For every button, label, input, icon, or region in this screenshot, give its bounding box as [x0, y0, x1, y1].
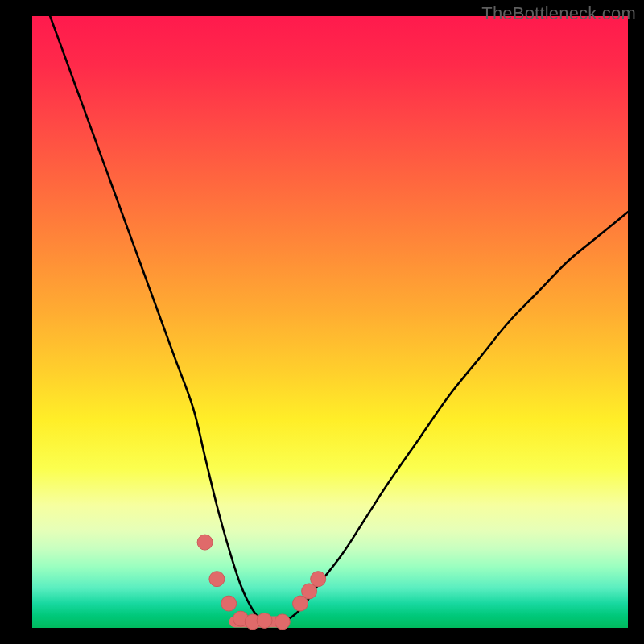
- highlight-marker: [209, 572, 225, 587]
- chart-plot-area: [32, 16, 628, 628]
- watermark-text: TheBottleneck.com: [481, 3, 636, 24]
- chart-frame: TheBottleneck.com: [0, 0, 644, 644]
- highlight-marker: [275, 614, 290, 630]
- highlight-marker: [197, 535, 213, 550]
- bottleneck-curve: [50, 16, 628, 623]
- highlight-marker: [257, 613, 272, 628]
- highlight-markers-group: [197, 535, 326, 630]
- bottleneck-chart-svg: [32, 16, 628, 628]
- highlight-marker: [311, 572, 326, 587]
- highlight-marker: [221, 596, 237, 611]
